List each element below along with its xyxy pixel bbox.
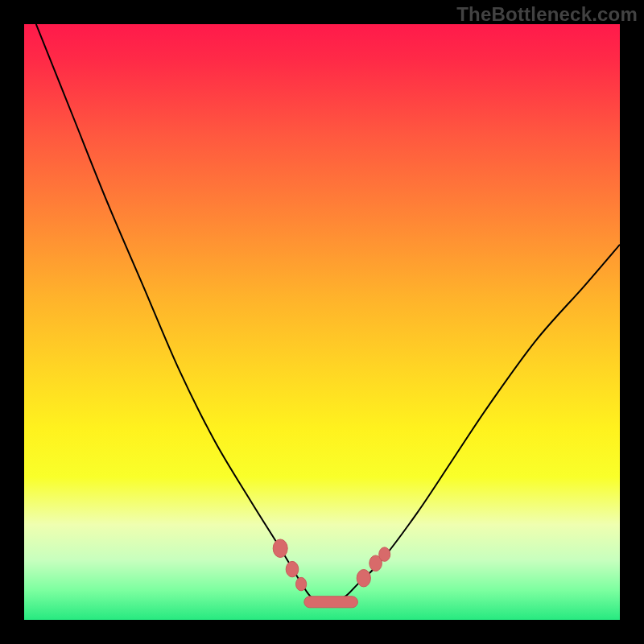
bottleneck-chart-svg (24, 24, 620, 620)
curve-marker-dot (357, 569, 370, 587)
chart-area (24, 24, 620, 620)
curve-marker-dot (379, 547, 390, 562)
curve-markers (273, 539, 390, 608)
watermark-text: TheBottleneck.com (456, 3, 638, 26)
bottleneck-curve (36, 24, 620, 603)
curve-marker-dot (286, 561, 299, 577)
curve-marker-bar (304, 597, 358, 608)
curve-marker-dot (273, 539, 287, 558)
curve-marker-dot (296, 577, 307, 591)
